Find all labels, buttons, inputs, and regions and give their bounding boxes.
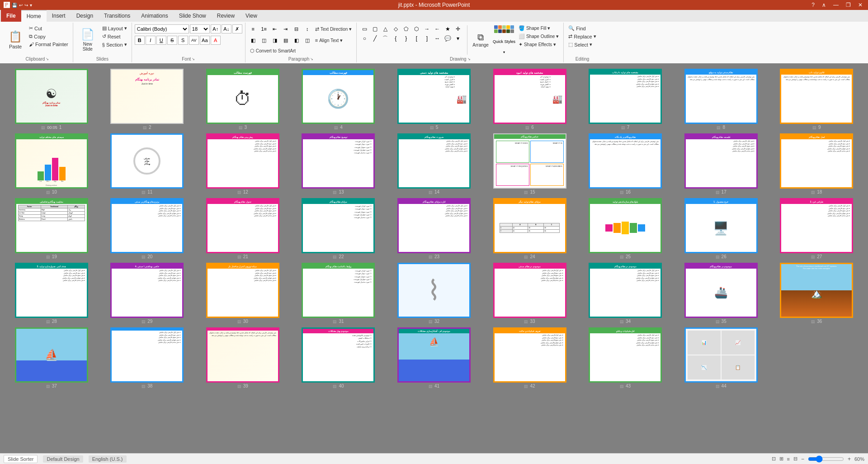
font-color-button[interactable]: A (211, 36, 221, 45)
shape-oval[interactable]: ○ (359, 34, 369, 43)
language-tab[interactable]: English (U.S.) (89, 455, 127, 463)
shape-bracket-l[interactable]: [ (411, 34, 421, 43)
view-sorter-icon[interactable]: ⊞ (779, 456, 783, 462)
window-close-btn[interactable]: ✕ (856, 2, 864, 8)
slide-thumb-35[interactable]: موجودی در نظام بهنگام 🚢 ▤35 (675, 263, 767, 324)
paragraph-expand-icon[interactable]: ↘ (310, 57, 313, 61)
zoom-level[interactable]: 60% (854, 456, 864, 462)
slide-thumb-1[interactable]: ☯ نمادر برنامه بهنگامJust in time ▤00:05… (5, 69, 98, 130)
text-direction-button[interactable]: ⇄ Text Direction ▾ (313, 25, 354, 33)
slide-thumb-39[interactable]: متن توضیحی فارسی برای این اسلاید که شامل… (197, 327, 289, 388)
underline-button[interactable]: U (156, 36, 166, 45)
quick-redo[interactable]: ↪ (24, 3, 28, 8)
shape-brace-r[interactable]: } (401, 34, 411, 43)
slide-thumb-18[interactable]: اصل نظام بهنگام ● متن اول فارسی برای نما… (770, 133, 863, 194)
shape-star[interactable]: ★ (443, 24, 453, 33)
window-restore-btn[interactable]: ❐ (844, 2, 853, 8)
columns-button[interactable]: ⊟ (292, 24, 302, 33)
slide-thumb-27[interactable]: 2. طراحی فرد ● متن اول فارسی برای نمایش●… (770, 198, 863, 259)
select-button[interactable]: ⬚ Select ▾ (566, 41, 598, 48)
increase-font-size-button[interactable]: A↑ (211, 24, 221, 33)
replace-button[interactable]: ⇄ Replace ▾ (566, 33, 598, 40)
view-notes-icon[interactable]: ≡ (787, 456, 790, 462)
shape-rounded[interactable]: ▢ (370, 24, 380, 33)
view-reading-icon[interactable]: ⊟ (793, 456, 797, 462)
shadow-button[interactable]: S (178, 36, 188, 45)
copy-button[interactable]: ⧉ Copy (27, 33, 70, 40)
slide-thumb-36[interactable]: The role of inventory in traditional and… (770, 263, 863, 324)
slide-thumb-9[interactable]: قانون تولید ناب متن توضیحی فارسی برای ای… (770, 69, 863, 130)
bold-button[interactable]: B (135, 36, 145, 45)
slide-thumb-14[interactable]: ضرورت نظام بهنگام ● متن اول فارسی برای ن… (388, 133, 480, 194)
slide-thumb-22[interactable]: مزایای نظام بهنگام ☐ مورد اول از فهرست ☐… (292, 198, 385, 259)
tab-home[interactable]: Home (21, 10, 47, 22)
font-expand-icon[interactable]: ↘ (192, 57, 195, 61)
quick-styles-button[interactable]: Quick Styles ▾ (492, 24, 516, 55)
slide-thumb-26[interactable]: 1. خرج محصول 🖥️ ▤26 (675, 198, 767, 259)
ribbon-minimize-icon[interactable]: ∧ (820, 2, 828, 8)
shape-arc[interactable]: ⌒ (380, 34, 390, 43)
quick-save[interactable]: 💾 (12, 3, 17, 8)
align-right-button[interactable]: ◨ (270, 36, 280, 45)
slide-thumb-24[interactable]: مزایای نظام تولید دیگر ABC X102030 Y1525… (484, 198, 576, 259)
slide-thumb-13[interactable]: توضیح نظام بهنگام ☐ مورد اول از فهرست ☐ … (292, 133, 385, 194)
line-spacing-button[interactable]: ↕ (302, 24, 312, 33)
slide-thumb-21[interactable]: جدول نظام بهنگام ● متن اول فارسی برای نم… (197, 198, 289, 259)
new-slide-button[interactable]: 📄 NewSlide (76, 24, 99, 55)
clear-formatting-button[interactable]: ✗ (232, 24, 242, 33)
slide-thumb-8[interactable]: نظام سنتی تولید به موقع متن توضیحی فارسی… (675, 69, 767, 130)
font-name-select[interactable]: Calibri (Body) (135, 24, 189, 33)
zoom-slider[interactable] (808, 455, 844, 463)
paste-button[interactable]: 📋 Paste (5, 24, 26, 55)
slide-thumb-40[interactable]: موجودی بهار مشکلات ☐ موجودی بالا پوشش‌ده… (292, 327, 385, 388)
slide-thumb-19[interactable]: مقایسه بهنگام و تقاضایی FactorTraditiona… (5, 198, 98, 259)
format-painter-button[interactable]: 🖌 Format Painter (27, 41, 70, 48)
section-button[interactable]: § Section ▾ (100, 41, 129, 48)
italic-button[interactable]: I (146, 36, 156, 45)
clipboard-expand-icon[interactable]: ↘ (46, 57, 49, 61)
layout-button[interactable]: ▤ Layout ▾ (100, 24, 129, 32)
tab-review[interactable]: Review (212, 10, 240, 22)
cut-button[interactable]: ✂ Cut (27, 24, 70, 32)
window-minimize-btn[interactable]: — (831, 2, 840, 8)
shape-effects-button[interactable]: ✦ Shape Effects ▾ (517, 41, 561, 48)
slide-thumb-32[interactable]: ⌇ ▤32 (388, 263, 480, 324)
slide-thumb-23[interactable]: اداره مزایای نظام بهنگام ● متن اول فارسی… (388, 198, 480, 259)
slide-thumb-12[interactable]: پیش بینی نظام بهنگام ● متن اول فارسی برا… (197, 133, 289, 194)
decrease-font-size-button[interactable]: A↓ (222, 24, 231, 33)
reset-button[interactable]: ↺ Reset (100, 33, 129, 40)
align-left2-button[interactable]: ◧ (292, 36, 302, 45)
shape-pentagon[interactable]: ⬠ (401, 24, 411, 33)
shape-triangle[interactable]: △ (380, 24, 390, 33)
quick-customize[interactable]: ▾ (30, 3, 32, 8)
slide-thumb-30[interactable]: مبانه توزیع و کنترل ساختار بار ● متن اول… (197, 263, 289, 324)
shape-bracket-r[interactable]: ] (422, 34, 432, 43)
tab-design[interactable]: Design (71, 10, 99, 22)
tab-insert[interactable]: Insert (47, 10, 71, 22)
slide-thumb-29[interactable]: 4. خاصی بهداشتی / صنتی ● متن اول فارسی ب… (101, 263, 193, 324)
shape-brace-l[interactable]: { (391, 34, 401, 43)
find-button[interactable]: 🔍 Find (566, 24, 598, 32)
slide-thumb-15[interactable]: عناصر نظام بهنگام WHAT IT DOES WHAT IT I… (484, 133, 576, 194)
slide-thumb-28[interactable]: 3. هدف کمی‌ هموارسازی تولید ● متن اول فا… (5, 263, 98, 324)
shape-arrow-left[interactable]: ← (432, 24, 442, 33)
shape-callout[interactable]: 💬 (443, 34, 453, 43)
arrange-button[interactable]: ⧉ Arrange (470, 24, 491, 55)
tab-animations[interactable]: Animations (136, 10, 173, 22)
align-center2-button[interactable]: ◫ (302, 36, 312, 45)
slide-thumb-4[interactable]: فهرست مطالب 🕐 ▤4 (292, 69, 385, 130)
tab-slideshow[interactable]: Slide Show (174, 10, 212, 22)
slide-thumb-34[interactable]: موجودی در نظام بهنگام ● متن اول فارسی بر… (579, 263, 671, 324)
slide-thumb-17[interactable]: فلسفه نظام بهنگام ● متن اول فارسی برای ن… (675, 133, 767, 194)
bullets-button[interactable]: ≡ (248, 24, 258, 33)
align-text-button[interactable]: ≡ Align Text ▾ (313, 37, 345, 44)
slide-thumb-43[interactable]: اداره فبانیات و دانلو ● متن اول فارسی بر… (579, 327, 671, 388)
drawing-expand-icon[interactable]: ↘ (467, 57, 471, 61)
shape-rect[interactable]: ▭ (359, 24, 369, 33)
slide-thumb-37[interactable]: ⛵▤37 (5, 327, 98, 388)
slide-thumb-31[interactable]: روابط با قدامت نظام بهنگام ☐ مورد اول از… (292, 263, 385, 324)
shape-line[interactable]: ╱ (370, 34, 380, 43)
default-design-tab[interactable]: Default Design (43, 455, 83, 463)
slide-thumb-25[interactable]: بلوک‌های سازماندهی تولید ▤25 (579, 198, 671, 259)
shape-outline-button[interactable]: ⬜ Shape Outline ▾ (517, 33, 561, 40)
